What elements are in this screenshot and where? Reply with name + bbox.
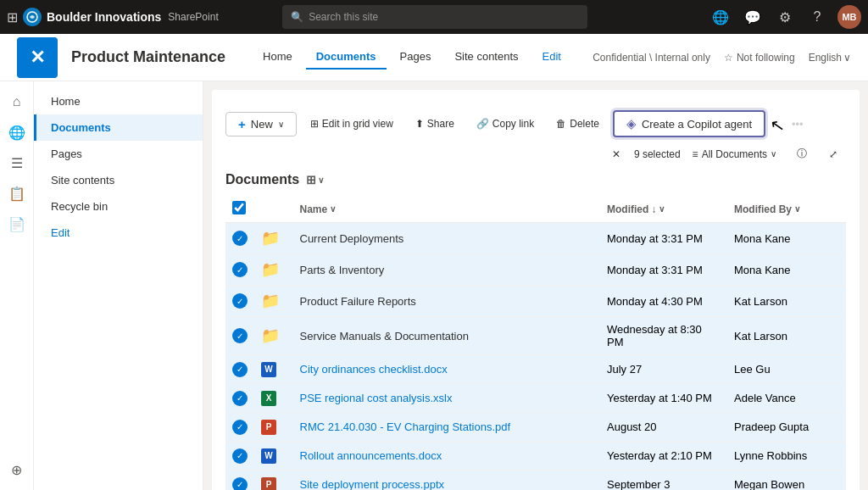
sidebar-item-recycle-bin[interactable]: Recycle bin: [34, 193, 203, 220]
table-row: ✓ P Site deployment process.pptx ⬆ ⋮ Sep…: [225, 471, 846, 491]
header-modified-col[interactable]: Modified ↓ ∨: [600, 196, 727, 223]
file-name[interactable]: Current Deployments: [300, 232, 404, 245]
expand-icon: ⤢: [829, 148, 837, 160]
not-following-button[interactable]: ☆ Not following: [724, 52, 795, 64]
row-share-button[interactable]: ⬆: [448, 448, 465, 464]
waffle-icon[interactable]: ⊞: [7, 9, 18, 25]
sidebar-item-edit[interactable]: Edit: [34, 220, 203, 246]
row-more-button[interactable]: ⋮: [444, 293, 462, 309]
nav-edit[interactable]: Edit: [532, 45, 571, 70]
row-name-cell[interactable]: Product Failure Reports ⬆ ⋮: [293, 286, 601, 317]
modified-sort-header[interactable]: Modified ↓ ∨: [607, 203, 721, 215]
row-share-button[interactable]: ⬆: [459, 390, 475, 406]
row-share-button[interactable]: ⬆: [476, 328, 492, 344]
copy-link-button[interactable]: 🔗 Copy link: [468, 114, 542, 134]
sidebar-document-icon[interactable]: 📋: [3, 180, 31, 207]
documents-table: Name ∨ Modified ↓ ∨: [225, 196, 846, 490]
sidebar-item-site-contents[interactable]: Site contents: [34, 167, 203, 193]
header-modified-by-col[interactable]: Modified By ∨: [727, 196, 846, 223]
row-name-cell[interactable]: Rollout announcements.docx ⬆ ⋮: [293, 442, 601, 471]
row-selected-indicator: ✓: [232, 362, 248, 377]
row-more-button[interactable]: ⋮: [431, 231, 449, 247]
name-sort-header[interactable]: Name ∨: [300, 203, 594, 215]
row-more-button[interactable]: ⋮: [476, 361, 493, 377]
create-copilot-button[interactable]: ◈ Create a Copilot agent: [613, 110, 765, 137]
row-checkbox-cell[interactable]: ✓: [225, 355, 254, 384]
select-all-checkbox[interactable]: [232, 201, 246, 214]
nav-documents[interactable]: Documents: [306, 45, 387, 70]
row-checkbox-cell[interactable]: ✓: [225, 317, 254, 355]
row-more-button[interactable]: ⋮: [472, 476, 490, 490]
delete-button[interactable]: 🗑 Delete: [548, 114, 608, 134]
row-checkbox-cell[interactable]: ✓: [225, 442, 254, 471]
row-share-button[interactable]: ⬆: [410, 231, 426, 247]
sidebar-home-icon[interactable]: ⌂: [3, 88, 31, 115]
sidebar-globe-icon[interactable]: 🌐: [3, 119, 31, 146]
view-toggle-button[interactable]: ⊞ ∨: [306, 173, 324, 187]
new-button[interactable]: + New ∨: [225, 112, 297, 136]
close-selection-button[interactable]: ✕: [604, 144, 629, 164]
row-share-button[interactable]: ⬆: [391, 262, 407, 278]
settings-icon[interactable]: ⚙: [773, 5, 797, 29]
row-checkbox-cell[interactable]: ✓: [225, 471, 254, 491]
file-name[interactable]: RMC 21.40.030 - EV Charging Stations.pdf: [300, 420, 511, 433]
file-name[interactable]: PSE regional cost analysis.xslx: [300, 392, 453, 404]
row-name-cell[interactable]: City ordinances checklist.docx ⬆ ⋮: [293, 355, 601, 384]
row-share-button[interactable]: ⬆: [451, 476, 467, 490]
row-more-button[interactable]: ⋮: [412, 262, 430, 278]
row-checkbox-cell[interactable]: ✓: [225, 223, 254, 254]
row-more-button[interactable]: ⋮: [470, 448, 487, 464]
row-name-cell[interactable]: Current Deployments ⬆ ⋮: [293, 223, 601, 254]
close-icon: ✕: [612, 148, 620, 160]
file-name[interactable]: City ordinances checklist.docx: [300, 363, 448, 376]
sidebar-layers-icon[interactable]: ☰: [3, 149, 31, 176]
row-more-button[interactable]: ⋮: [497, 328, 515, 344]
language-selector[interactable]: English ∨: [809, 52, 851, 64]
modified-by-sort-header[interactable]: Modified By ∨: [734, 203, 839, 215]
header-type-col: [254, 196, 293, 223]
row-share-button[interactable]: ⬆: [423, 293, 439, 309]
row-name-cell[interactable]: PSE regional cost analysis.xslx ⬆ ⋮: [293, 384, 601, 413]
row-modified-by-cell: Mona Kane: [727, 223, 846, 254]
row-more-button[interactable]: ⋮: [538, 419, 556, 435]
nav-site-contents[interactable]: Site contents: [444, 45, 528, 70]
search-box[interactable]: 🔍: [282, 5, 587, 29]
sidebar-item-home[interactable]: Home: [34, 88, 203, 114]
row-name-cell[interactable]: Service Manuals & Documentation ⬆ ⋮: [293, 317, 601, 355]
file-name[interactable]: Service Manuals & Documentation: [300, 330, 469, 342]
row-checkbox-cell[interactable]: ✓: [225, 384, 254, 413]
header-name-col[interactable]: Name ∨: [293, 196, 601, 223]
sidebar-add-icon[interactable]: ⊕: [3, 456, 31, 483]
row-share-button[interactable]: ⬆: [454, 361, 470, 377]
row-share-button[interactable]: ⬆: [517, 419, 533, 435]
file-name[interactable]: Rollout announcements.docx: [300, 449, 442, 462]
info-button[interactable]: ⓘ: [788, 142, 815, 165]
row-selected-indicator: ✓: [232, 231, 248, 246]
file-name[interactable]: Parts & Inventory: [300, 264, 385, 276]
sidebar-item-documents[interactable]: Documents: [34, 114, 203, 141]
edit-grid-button[interactable]: ⊞ Edit in grid view: [302, 114, 402, 134]
all-docs-label: All Documents: [702, 148, 767, 160]
row-checkbox-cell[interactable]: ✓: [225, 254, 254, 286]
nav-pages[interactable]: Pages: [390, 45, 442, 70]
sidebar-page-icon[interactable]: 📄: [3, 210, 31, 237]
globe-icon[interactable]: 🌐: [709, 5, 732, 29]
share-button[interactable]: ⬆ Share: [407, 114, 463, 134]
chat-icon[interactable]: 💬: [741, 5, 765, 29]
all-documents-button[interactable]: ≡ All Documents ∨: [686, 145, 783, 164]
row-name-cell[interactable]: RMC 21.40.030 - EV Charging Stations.pdf…: [293, 413, 601, 442]
file-name[interactable]: Product Failure Reports: [300, 295, 416, 308]
row-name-cell[interactable]: Parts & Inventory ⬆ ⋮: [293, 254, 601, 286]
file-name[interactable]: Site deployment process.pptx: [300, 478, 445, 490]
row-checkbox-cell[interactable]: ✓: [225, 286, 254, 317]
sidebar-item-pages[interactable]: Pages: [34, 141, 203, 167]
row-more-button[interactable]: ⋮: [480, 390, 498, 406]
search-input[interactable]: [309, 11, 579, 23]
help-icon[interactable]: ?: [805, 5, 829, 29]
row-checkbox-cell[interactable]: ✓: [225, 413, 254, 442]
user-avatar[interactable]: MB: [837, 5, 861, 29]
row-name-cell[interactable]: Site deployment process.pptx ⬆ ⋮: [293, 471, 601, 491]
nav-home[interactable]: Home: [253, 45, 303, 70]
expand-button[interactable]: ⤢: [821, 144, 846, 164]
folder-icon: 📁: [261, 230, 280, 247]
